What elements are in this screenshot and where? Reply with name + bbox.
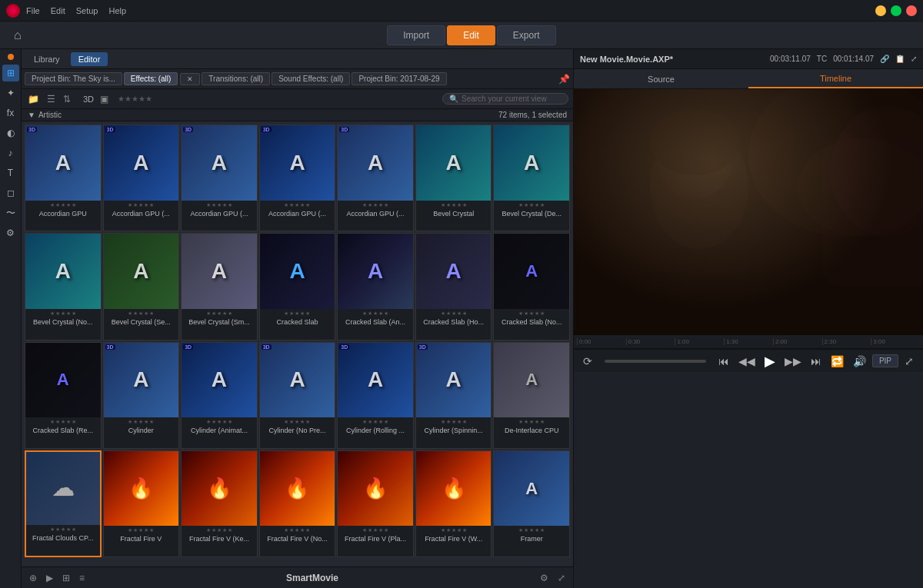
- effect-item[interactable]: A ★★★★★ Cracked Slab (No...: [493, 233, 570, 340]
- effect-item[interactable]: 3DA ★★★★★ Accordian GPU (...: [259, 125, 336, 231]
- grid-view-btn[interactable]: ⊞: [59, 571, 73, 585]
- fullscreen-icon[interactable]: ⤢: [911, 55, 917, 63]
- panel-expand-btn[interactable]: ⤢: [555, 571, 568, 585]
- sidebar-shapes-icon[interactable]: ◻: [2, 184, 19, 201]
- effect-item[interactable]: 3DA ★★★★★ Accordian GPU (...: [103, 125, 180, 231]
- expand-button[interactable]: ⤢: [901, 354, 917, 369]
- effect-item[interactable]: A ★★★★★ Bevel Crystal (De...: [493, 125, 570, 231]
- volume-slider[interactable]: [605, 360, 706, 363]
- effect-item[interactable]: A ★★★★★ Cracked Slab (Re...: [25, 342, 102, 449]
- sidebar-text-icon[interactable]: T: [2, 164, 19, 181]
- sidebar-music-icon[interactable]: ♪: [2, 145, 19, 161]
- export-button[interactable]: Export: [497, 25, 556, 45]
- menu-file[interactable]: File: [26, 6, 40, 15]
- minimize-button[interactable]: [875, 5, 886, 16]
- effect-item[interactable]: A ★★★★★ Bevel Crystal (No...: [25, 233, 102, 340]
- sidebar-library-icon[interactable]: ⊞: [2, 65, 19, 81]
- list-view-button[interactable]: ☰: [45, 92, 57, 106]
- effect-item[interactable]: 3DA ★★★★★ Cylinder: [103, 342, 180, 449]
- effect-name: Cracked Slab: [260, 318, 335, 327]
- effect-item[interactable]: 3DA ★★★★★ Accordian GPU (...: [337, 125, 414, 231]
- home-button[interactable]: ⌂: [8, 25, 28, 45]
- edit-button[interactable]: Edit: [447, 25, 495, 45]
- import-button[interactable]: Import: [387, 25, 445, 45]
- menu-edit[interactable]: Edit: [51, 6, 65, 15]
- project-bin2-tab[interactable]: Project Bin: 2017-08-29: [352, 72, 446, 85]
- effect-item[interactable]: 3DA ★★★★★ Accordian GPU (...: [181, 125, 258, 231]
- video-preview: [574, 89, 923, 335]
- effects-close[interactable]: ✕: [180, 73, 200, 85]
- add-to-timeline-btn[interactable]: ⊕: [26, 571, 40, 585]
- panel-bottom: ⊕ ▶ ⊞ ≡ SmartMovie ⚙ ⤢: [22, 566, 573, 588]
- effect-item[interactable]: A ★★★★★ Cracked Slab (An...: [337, 233, 414, 340]
- play-button[interactable]: ▶: [761, 351, 778, 371]
- copy-icon[interactable]: 📋: [895, 55, 905, 63]
- panel-tabs: Library Editor: [22, 49, 573, 69]
- pip-button[interactable]: PIP: [872, 354, 898, 367]
- stars: ★★★★★: [104, 419, 179, 425]
- source-tab[interactable]: Source: [574, 71, 748, 88]
- menu-help[interactable]: Help: [108, 6, 126, 15]
- effect-name: Accordian GPU (...: [104, 210, 179, 218]
- smart-movie-label: SmartMovie: [91, 573, 534, 583]
- effects-all-tab[interactable]: Effects: (all): [124, 72, 178, 85]
- effect-item[interactable]: 3DA ★★★★★ Cylinder (Rolling ...: [337, 342, 414, 449]
- sound-effects-tab[interactable]: Sound Effects: (all): [272, 72, 350, 85]
- effect-name: Cylinder (Spinnin...: [416, 427, 491, 435]
- 3d-label: 3D: [83, 95, 94, 104]
- effect-item[interactable]: A ★★★★★ Cracked Slab (Ho...: [415, 233, 492, 340]
- sidebar-settings-icon[interactable]: ⚙: [2, 224, 19, 241]
- library-tab[interactable]: Library: [26, 52, 68, 66]
- panel-settings-btn[interactable]: ⚙: [537, 571, 551, 585]
- effect-item[interactable]: 3DA ★★★★★ Cylinder (Spinnin...: [415, 342, 492, 449]
- close-button[interactable]: [906, 5, 917, 16]
- menu-setup[interactable]: Setup: [76, 6, 98, 15]
- item-count: 72 items, 1 selected: [498, 111, 567, 119]
- effect-item[interactable]: A ★★★★★ Bevel Crystal (Se...: [103, 233, 180, 340]
- list-view-btn2[interactable]: ≡: [76, 571, 88, 585]
- effect-item[interactable]: 🔥 ★★★★★ Fractal Fire V (No...: [259, 450, 336, 557]
- next-frame-button[interactable]: ⏭: [808, 354, 825, 369]
- 3d-toggle[interactable]: ▣: [98, 92, 110, 106]
- effect-item[interactable]: 3DA ★★★★★ Accordian GPU: [25, 125, 102, 231]
- effect-item[interactable]: 🔥 ★★★★★ Fractal Fire V (Pla...: [337, 450, 414, 557]
- folder-icon[interactable]: 📁: [26, 92, 41, 106]
- prev-frame-button[interactable]: ⏮: [715, 354, 732, 369]
- search-box: 🔍: [442, 93, 568, 105]
- editor-tab[interactable]: Editor: [71, 52, 108, 66]
- effect-item[interactable]: 🔥 ★★★★★ Fractal Fire V: [103, 450, 180, 557]
- effect-item[interactable]: A ★★★★★ Bevel Crystal: [415, 125, 492, 231]
- transitions-tab[interactable]: Transitions: (all): [202, 72, 270, 85]
- step-forward-button[interactable]: ▶▶: [781, 354, 805, 369]
- effect-item[interactable]: 3DA ★★★★★ Cylinder (No Pre...: [259, 342, 336, 449]
- stars: ★★★★★: [416, 202, 491, 208]
- step-back-button[interactable]: ◀◀: [735, 354, 758, 369]
- loop-button[interactable]: 🔁: [828, 354, 847, 369]
- volume-button[interactable]: 🔊: [850, 354, 869, 369]
- effect-item[interactable]: A ★★★★★ De-Interlace CPU: [493, 342, 570, 449]
- sidebar-audio-icon[interactable]: 〜: [2, 204, 19, 221]
- effect-item[interactable]: A ★★★★★ Bevel Crystal (Sm...: [181, 233, 258, 340]
- stars: ★★★★★: [416, 527, 491, 533]
- sidebar-fx-icon[interactable]: fx: [2, 105, 19, 121]
- sort-button[interactable]: ⇅: [62, 92, 72, 106]
- star-filter[interactable]: ★★★★★: [118, 95, 152, 103]
- timeline-preview-tab[interactable]: Timeline: [748, 70, 923, 88]
- project-bin-tab[interactable]: Project Bin: The Sky is...: [25, 72, 122, 85]
- rewind-button[interactable]: ⟳: [580, 354, 595, 369]
- effect-item[interactable]: 🔥 ★★★★★ Fractal Fire V (W...: [415, 450, 492, 557]
- filter-tabs: Project Bin: The Sky is... Effects: (all…: [22, 69, 573, 89]
- sidebar-effects-icon[interactable]: ✦: [2, 85, 19, 101]
- effect-item[interactable]: 3DA ★★★★★ Cylinder (Animat...: [181, 342, 258, 449]
- effect-item[interactable]: A ★★★★★ Framer: [493, 450, 570, 557]
- sidebar-color-icon[interactable]: ◐: [2, 125, 19, 141]
- play-preview-btn[interactable]: ▶: [43, 571, 56, 585]
- effect-item[interactable]: 🔥 ★★★★★ Fractal Fire V (Ke...: [181, 450, 258, 557]
- search-input[interactable]: [462, 95, 561, 103]
- link-icon[interactable]: 🔗: [880, 55, 889, 63]
- maximize-button[interactable]: [891, 5, 901, 16]
- effect-item[interactable]: A ★★★★★ Cracked Slab: [259, 233, 336, 340]
- collapse-icon[interactable]: ▼: [28, 111, 35, 119]
- effect-item-selected[interactable]: ☁ ★★★★★ Fractal Clouds CP...: [25, 450, 102, 557]
- pin-icon[interactable]: 📌: [558, 74, 570, 85]
